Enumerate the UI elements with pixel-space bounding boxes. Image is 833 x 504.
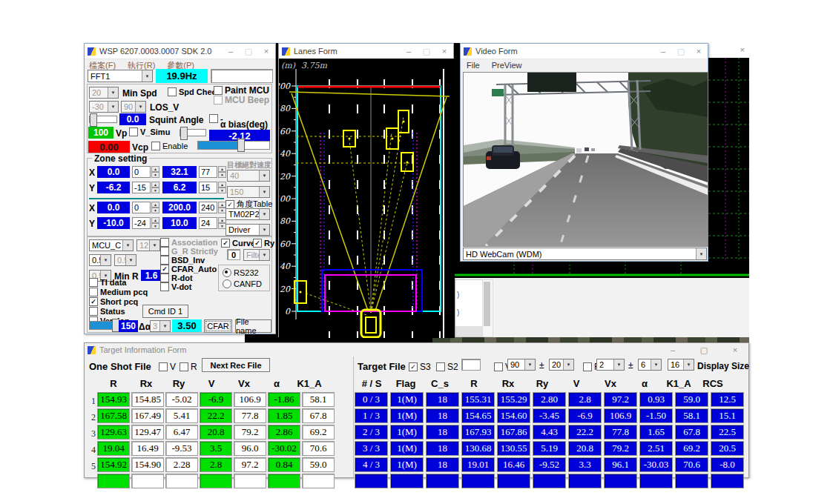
zone-spinner-field[interactable]: 240 [199,202,217,213]
background-window-close-icon[interactable]: × [740,45,745,54]
spin-down-icon[interactable]: ▼ [151,208,159,213]
chevron-down-icon[interactable]: ▼ [135,102,145,112]
minimize-icon[interactable]: – [654,44,672,58]
delta-alpha-select[interactable]: 3▼ [150,320,171,332]
paint-mcu-checkbox[interactable]: Paint MCU [214,85,269,96]
mcu-n-select[interactable]: 12▼ [136,239,160,251]
chevron-down-icon[interactable]: ▼ [149,240,159,251]
scrollbar-thumb[interactable] [484,282,490,326]
chevron-down-icon[interactable]: ▼ [696,248,706,259]
video-titlebar[interactable]: Video Form – ▢ × [461,44,708,59]
canfd-radio[interactable]: CANFD [223,279,262,288]
chevron-down-icon[interactable]: ▼ [259,209,269,219]
blank-field[interactable] [461,359,481,371]
spin-up-icon[interactable]: ▲ [151,182,159,188]
ry-checkbox[interactable]: ✓Ry [253,239,274,248]
chevron-down-icon[interactable]: ▼ [259,187,269,197]
minimize-icon[interactable]: – [664,343,682,357]
maximize-icon[interactable]: ▢ [695,343,713,357]
squint-slider[interactable] [89,116,117,123]
slider-thumb[interactable] [180,127,188,140]
zone-spinner-field[interactable]: -24 [132,217,151,229]
los-v1-select[interactable]: -30▼ [89,101,119,113]
s3-checkbox[interactable]: ✓S3 [409,362,431,372]
menu-preview[interactable]: PreView [492,61,522,70]
r1-select[interactable]: 0.5▼ [89,254,111,266]
checkbox-association[interactable]: Association [160,238,218,246]
checkbox-g-r-strictly[interactable]: G_R Strictly [160,247,218,255]
zone-spinner-field[interactable]: 77 [199,166,217,178]
close-icon[interactable]: × [690,44,708,58]
menu-file[interactable]: File [467,61,480,70]
spin-down-icon[interactable]: ▼ [218,172,226,178]
zone-spinner-field[interactable]: 0 [132,202,151,213]
chevron-down-icon[interactable]: ▼ [100,255,111,265]
chevron-down-icon[interactable]: ▼ [524,359,535,370]
fft-select[interactable]: FFT1▼ [88,70,153,82]
checkbox-short-pcq[interactable]: ✓Short pcq [89,297,148,305]
spin-up-icon[interactable]: ▲ [151,166,159,172]
spinner-buttons[interactable]: ▲▼ [151,182,159,193]
bottom-slider[interactable] [89,321,116,330]
spinner-buttons[interactable]: ▲▼ [151,166,159,178]
zone-spinner-field[interactable]: 24 [199,217,217,229]
v-simu-slider[interactable] [180,129,206,136]
background-listbox[interactable]: ) ) [455,279,483,337]
scrollbar[interactable] [482,279,493,337]
cfar-button[interactable]: CFAR [204,319,232,333]
chevron-down-icon[interactable]: ▼ [125,255,136,265]
spin-up-icon[interactable]: ▲ [151,202,159,208]
minimize-icon[interactable]: – [222,44,240,58]
spinner-buttons[interactable]: ▲▼ [151,217,159,229]
slider-thumb[interactable] [237,139,245,152]
spin-up-icon[interactable]: ▲ [151,217,159,223]
file-name-button[interactable]: File name [235,319,271,333]
spin-down-icon[interactable]: ▼ [218,188,226,193]
angle-table-select[interactable]: TM02P2▼ [225,208,270,220]
spinner-buttons[interactable]: ▲▼ [151,202,159,213]
checkbox-v-dot[interactable]: V-dot [160,282,218,291]
min-spd-select[interactable]: 20▼ [89,87,119,99]
target-info-titlebar[interactable]: Target Information Form – ▢ × [85,343,748,357]
close-icon[interactable]: × [726,343,744,357]
s2-checkbox[interactable]: S2 [436,362,458,372]
spinner-buttons[interactable]: ▲▼ [218,182,226,193]
close-icon[interactable]: × [257,44,275,58]
minimize-icon[interactable]: – [400,44,418,58]
curve-n-box[interactable]: 0 [227,249,240,260]
wsp-titlebar[interactable]: WSP 6207.0003.0007 SDK 2.0 – ▢ × [85,44,275,59]
close-icon[interactable]: × [435,44,453,58]
spin-up-icon[interactable]: ▲ [218,182,226,188]
chevron-down-icon[interactable]: ▼ [613,359,624,370]
rs232-radio[interactable]: RS232 [223,268,259,277]
chevron-down-icon[interactable]: ▼ [159,321,170,331]
r2-select[interactable]: 0.5▼ [114,254,136,266]
checkbox-ti-data[interactable]: TI data [89,278,148,286]
slider-thumb[interactable] [90,113,97,127]
mcu-beep-checkbox[interactable]: MCU Beep [214,95,269,105]
spin-down-icon[interactable]: ▼ [151,223,159,229]
chevron-down-icon[interactable]: ▼ [683,359,694,370]
chevron-down-icon[interactable]: ▼ [122,240,133,251]
spin-down-icon[interactable]: ▼ [151,172,159,178]
curve-checkbox[interactable]: ✓Curve [221,239,255,248]
v-tolerance-select[interactable]: 20▼ [549,359,574,371]
checkbox-bsd-inv[interactable]: BSD_Inv [160,256,218,264]
los-v2-select[interactable]: 90▼ [121,101,146,113]
spin-down-icon[interactable]: ▼ [151,188,159,193]
checkbox-status[interactable]: Status [89,307,148,315]
chevron-down-icon[interactable]: ▼ [259,225,269,235]
spinner-buttons[interactable]: ▲▼ [218,166,226,178]
chevron-down-icon[interactable]: ▼ [142,70,152,82]
zone-spinner-field[interactable]: 15 [199,182,217,193]
maximize-icon[interactable]: ▢ [418,44,435,58]
next-rec-file-button[interactable]: Next Rec File [202,358,270,372]
spin-up-icon[interactable]: ▲ [218,166,226,172]
chevron-down-icon[interactable]: ▼ [563,359,573,370]
enable-slider[interactable] [197,141,270,150]
cmd-id-button[interactable]: Cmd ID 1 [142,305,188,318]
enable-checkbox[interactable]: Enable [151,142,188,150]
filter-select[interactable]: Filter▼ [243,249,270,261]
checkbox-cfar-auto[interactable]: ✓CFAR_Auto [160,265,218,273]
webcam-source-select[interactable]: HD WebCam (WDM)▼ [463,248,707,260]
